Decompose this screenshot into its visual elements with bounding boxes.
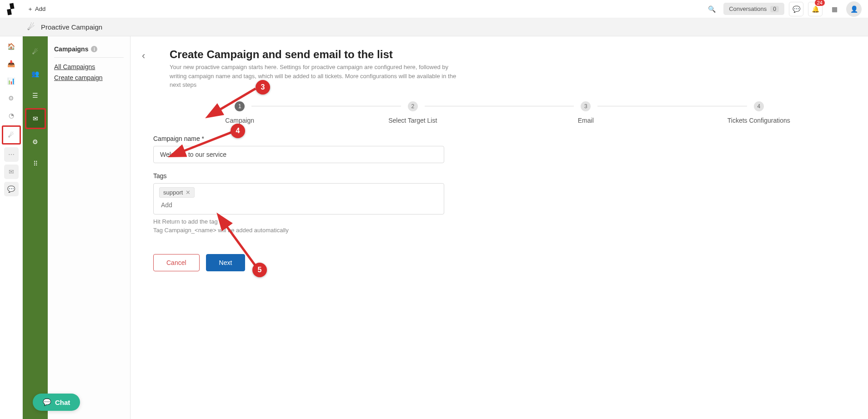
list-icon: ☰: [32, 92, 38, 99]
conversations-button[interactable]: Conversations 0: [723, 3, 784, 15]
primary-nav-rail: 🏠 📥 📊 ⚙ ◔ ☄ ⋯ ✉ 💬: [0, 36, 23, 419]
link-create-campaign[interactable]: Create campaign: [54, 74, 124, 81]
step-4[interactable]: 4Tickets Configurations: [672, 101, 846, 124]
proactive-icon: ☄: [27, 22, 35, 32]
apps-button[interactable]: ▦: [827, 2, 842, 16]
nav-proactive[interactable]: ☄: [4, 128, 19, 142]
keypad-icon: ⠿: [33, 160, 38, 167]
notifications-button[interactable]: 🔔24: [808, 2, 823, 16]
sub-nav-lists[interactable]: ☰: [26, 86, 45, 105]
inbox-button[interactable]: 💬: [789, 2, 803, 16]
form-buttons: Cancel Next: [153, 254, 444, 271]
selection-box-proactive: ☄: [2, 125, 21, 145]
mail-icon: ✉: [33, 115, 38, 122]
remove-tag-icon[interactable]: ✕: [186, 189, 191, 196]
nav-analytics[interactable]: 📊: [4, 74, 19, 88]
nav-chat[interactable]: 💬: [4, 182, 19, 196]
tray-icon: 📥: [7, 60, 15, 67]
add-button[interactable]: ＋ Add: [27, 5, 45, 13]
main-content: ‹ Create Campaign and send email to the …: [130, 36, 868, 419]
sub-nav-dialer[interactable]: ⠿: [26, 155, 45, 173]
tags-hint-2: Tag Campaign_<name> will be added automa…: [153, 226, 444, 235]
campaign-name-label: Campaign name *: [153, 135, 444, 142]
tags-text-input[interactable]: [159, 198, 438, 212]
people-icon: 👥: [31, 70, 39, 77]
step-label: Campaign: [225, 117, 254, 124]
sidebar-title-text: Campaigns: [54, 45, 88, 53]
campaign-name-input[interactable]: [153, 146, 444, 163]
selection-box-mail: ✉: [25, 108, 46, 129]
tag-text: support: [163, 189, 183, 196]
gear-icon: ⚙: [8, 95, 14, 102]
sidebar-title: Campaigns i: [54, 45, 124, 53]
back-button[interactable]: ‹: [142, 50, 145, 62]
next-button[interactable]: Next: [206, 254, 246, 271]
sub-nav-mail[interactable]: ✉: [26, 110, 45, 128]
tags-input-box[interactable]: support ✕: [153, 183, 444, 214]
step-number: 2: [408, 101, 418, 111]
apps-grid-icon: ▦: [832, 5, 838, 13]
top-right-toolbar: 🔍 Conversations 0 💬 🔔24 ▦ 👤: [704, 1, 862, 17]
bar-chart-icon: 📊: [7, 77, 15, 85]
clock-icon: ◔: [9, 112, 14, 119]
user-avatar[interactable]: 👤: [846, 1, 862, 17]
chat-icon: 💬: [43, 398, 51, 406]
step-3[interactable]: 3Email: [499, 101, 672, 124]
nav-timer[interactable]: ◔: [4, 108, 19, 123]
step-1[interactable]: 1Campaign: [153, 101, 326, 124]
divider: [54, 57, 124, 58]
dots-icon: ⋯: [8, 151, 15, 158]
home-icon: 🏠: [7, 43, 15, 50]
gear-icon: ⚙: [32, 138, 38, 145]
chat-bubble-icon: 💬: [793, 5, 800, 13]
nav-extra-1[interactable]: ⋯: [4, 147, 19, 162]
add-label: Add: [35, 5, 45, 12]
breadcrumb-bar: ☄ Proactive Campaign: [0, 18, 868, 36]
plus-icon: ＋: [27, 5, 33, 13]
chat-widget[interactable]: 💬 Chat: [33, 394, 80, 411]
top-bar: ▞ ＋ Add 🔍 Conversations 0 💬 🔔24 ▦ 👤: [0, 0, 868, 18]
app-logo: ▞: [6, 3, 15, 15]
conversations-label: Conversations: [729, 5, 767, 12]
speech-icon: 💬: [7, 185, 15, 193]
chat-label: Chat: [55, 399, 70, 406]
step-number: 1: [235, 101, 245, 111]
nav-home[interactable]: 🏠: [4, 39, 19, 54]
sub-nav-proactive[interactable]: ☄: [26, 43, 45, 61]
sub-nav-settings[interactable]: ⚙: [26, 133, 45, 151]
step-number: 4: [754, 101, 764, 111]
notifications-count: 24: [815, 0, 825, 6]
search-icon: 🔍: [708, 5, 716, 13]
info-icon[interactable]: i: [91, 46, 97, 52]
user-icon: 👤: [850, 5, 858, 13]
page-description: Your new proactive campaign starts here.…: [170, 63, 461, 90]
comet-icon: ☄: [8, 131, 14, 139]
step-label: Tickets Configurations: [728, 117, 790, 124]
search-button[interactable]: 🔍: [704, 2, 719, 16]
wizard-steps: 1Campaign 2Select Target List 3Email 4Ti…: [153, 101, 845, 124]
step-number: 3: [581, 101, 591, 111]
nav-settings[interactable]: ⚙: [4, 91, 19, 105]
campaign-form: Campaign name * Tags support ✕ Hit Retur…: [153, 135, 444, 271]
campaign-sidebar: Campaigns i All Campaigns Create campaig…: [48, 36, 130, 419]
step-2[interactable]: 2Select Target List: [326, 101, 500, 124]
page-crumb: Proactive Campaign: [41, 23, 102, 31]
step-label: Email: [578, 117, 594, 124]
secondary-nav-rail: ☄ 👥 ☰ ✉ ⚙ ⠿: [23, 36, 48, 419]
link-all-campaigns[interactable]: All Campaigns: [54, 63, 124, 70]
nav-mail[interactable]: ✉: [4, 165, 19, 179]
tags-hint-1: Hit Return to add the tag: [153, 217, 444, 226]
step-label: Select Target List: [388, 117, 437, 124]
cancel-button[interactable]: Cancel: [153, 254, 200, 271]
comet-icon: ☄: [32, 48, 38, 55]
page-title: Create Campaign and send email to the li…: [170, 48, 845, 61]
sub-nav-people[interactable]: 👥: [26, 65, 45, 83]
tag-chip[interactable]: support ✕: [159, 187, 195, 198]
tags-label: Tags: [153, 172, 444, 180]
nav-tickets[interactable]: 📥: [4, 56, 19, 71]
conversations-count: 0: [770, 6, 779, 12]
mail-icon: ✉: [9, 168, 14, 175]
bell-icon: 🔔: [812, 5, 819, 13]
